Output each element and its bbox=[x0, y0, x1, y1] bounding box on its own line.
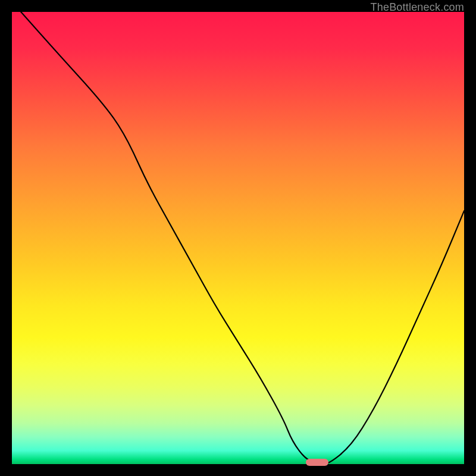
optimal-marker bbox=[306, 459, 328, 466]
bottleneck-curve bbox=[12, 12, 464, 464]
plot-area bbox=[12, 12, 464, 464]
chart-container: TheBottleneck.com bbox=[0, 0, 476, 476]
